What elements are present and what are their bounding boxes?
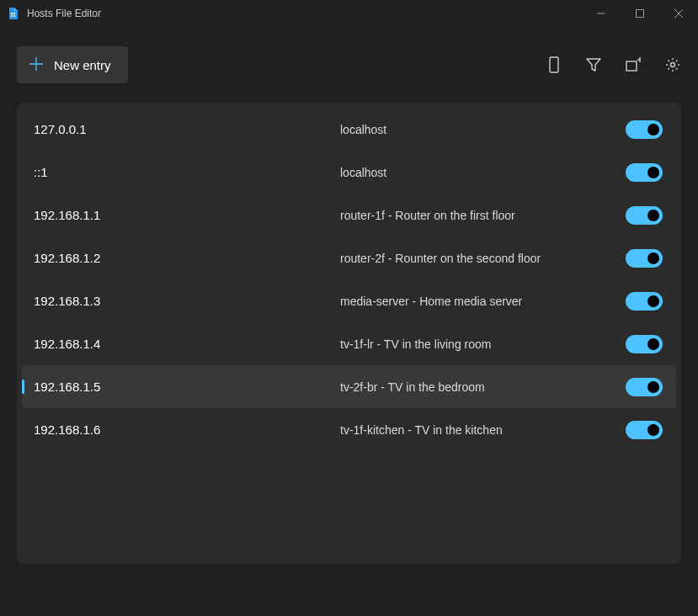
enable-toggle[interactable] [626,292,663,311]
enable-toggle[interactable] [626,335,663,353]
enable-toggle[interactable] [626,421,663,439]
host-row[interactable]: 192.168.1.6tv-1f-kitchen - TV in the kit… [22,408,676,451]
svg-point-7 [671,63,675,67]
enable-toggle[interactable] [626,378,663,396]
minimize-button[interactable] [582,0,621,27]
toolbar: New entry [0,27,698,103]
host-row[interactable]: 192.168.1.5tv-2f-br - TV in the bedroom [22,365,676,408]
settings-icon[interactable] [664,56,681,73]
host-name: router-1f - Router on the first floor [340,209,626,222]
enable-toggle[interactable] [626,206,663,225]
filter-icon[interactable] [585,56,602,73]
host-ip: 192.168.1.6 [29,422,340,437]
host-row[interactable]: 192.168.1.3media-server - Home media ser… [22,279,676,322]
host-name: tv-1f-lr - TV in the living room [340,337,626,351]
entries-panel: 127.0.0.1localhost::1localhost192.168.1.… [17,103,681,564]
svg-rect-1 [13,13,15,14]
svg-rect-0 [11,13,13,14]
host-name: tv-1f-kitchen - TV in the kitchen [340,423,626,437]
host-name: router-2f - Rounter on the second floor [340,252,626,265]
plus-icon [29,56,44,74]
close-button[interactable] [659,0,698,27]
host-ip: 192.168.1.2 [29,251,340,265]
host-ip: 192.168.1.4 [29,337,340,351]
new-entry-button[interactable]: New entry [17,46,128,83]
maximize-button[interactable] [621,0,659,27]
host-ip: ::1 [29,165,340,179]
app-icon [7,7,20,20]
host-name: localhost [340,166,626,179]
svg-rect-2 [11,15,13,17]
host-ip: 192.168.1.3 [29,294,340,308]
additional-lines-icon[interactable] [625,56,642,73]
toolbar-actions [546,56,681,73]
host-row[interactable]: 127.0.0.1localhost [22,108,676,151]
enable-toggle[interactable] [626,163,663,182]
hosts-file-icon[interactable] [546,56,562,73]
host-name: tv-2f-br - TV in the bedroom [340,380,626,394]
new-entry-label: New entry [54,58,111,72]
svg-rect-6 [626,61,637,71]
enable-toggle[interactable] [626,249,663,268]
enable-toggle[interactable] [626,120,663,139]
host-name: media-server - Home media server [340,295,626,308]
host-name: localhost [340,123,626,136]
host-ip: 127.0.0.1 [29,122,340,136]
host-row[interactable]: ::1localhost [22,151,676,194]
host-row[interactable]: 192.168.1.4tv-1f-lr - TV in the living r… [22,322,676,365]
host-ip: 192.168.1.5 [29,380,340,394]
svg-rect-5 [550,57,558,72]
svg-rect-3 [13,15,15,17]
window-title: Hosts File Editor [27,8,582,19]
svg-rect-4 [637,10,644,18]
host-ip: 192.168.1.1 [29,208,340,222]
host-row[interactable]: 192.168.1.1router-1f - Router on the fir… [22,194,676,236]
window-controls [582,0,698,27]
host-row[interactable]: 192.168.1.2router-2f - Rounter on the se… [22,236,676,279]
titlebar: Hosts File Editor [0,0,698,27]
